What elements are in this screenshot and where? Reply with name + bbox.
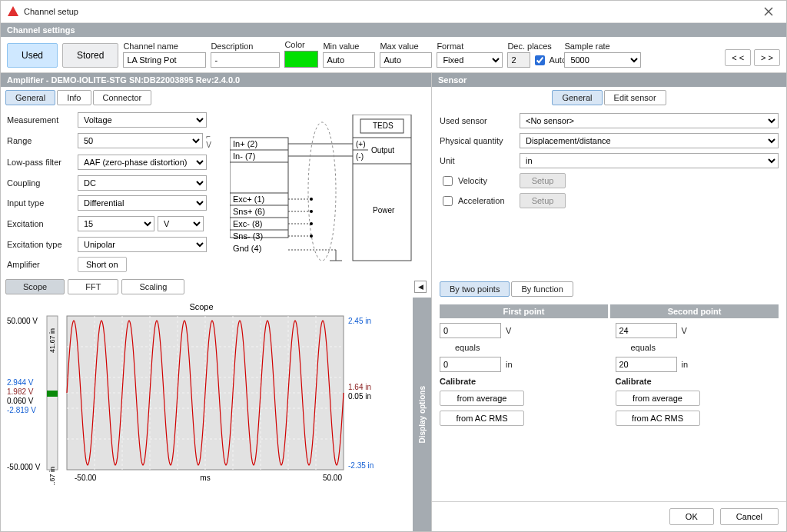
p1-from-average-button[interactable]: from average <box>440 391 524 406</box>
velocity-setup-button[interactable]: Setup <box>520 173 566 188</box>
pin-exc-plus: Exc+ (1) <box>233 195 264 204</box>
acceleration-setup-button[interactable]: Setup <box>520 193 566 208</box>
svg-point-25 <box>310 198 313 201</box>
svg-text:2.45 in: 2.45 in <box>348 317 371 325</box>
tab-fft[interactable]: FFT <box>68 279 118 294</box>
velocity-checkbox[interactable] <box>443 176 453 186</box>
pin-gnd: Gnd (4) <box>233 244 261 253</box>
pin-exc-minus: Exc- (8) <box>233 219 263 228</box>
format-select[interactable]: Fixed <box>437 52 503 68</box>
p1-from-acrms-button[interactable]: from AC RMS <box>440 411 524 426</box>
p1-calibrate-label: Calibrate <box>440 377 603 386</box>
scope-tabs: Scope FFT Scaling ◀ <box>1 276 431 298</box>
output-label: Output <box>371 146 394 155</box>
tab-connector[interactable]: Connector <box>93 90 152 105</box>
sensor-tab-edit[interactable]: Edit sensor <box>604 90 666 105</box>
titlebar: Channel setup <box>1 1 786 23</box>
used-button[interactable]: Used <box>7 43 58 68</box>
channel-name-label: Channel name <box>123 42 206 51</box>
svg-point-17 <box>308 122 336 261</box>
tab-scaling[interactable]: Scaling <box>121 279 184 294</box>
svg-text:1.64 in: 1.64 in <box>348 383 371 391</box>
excitation-unit-select[interactable]: V <box>158 216 204 231</box>
range-unit: ⌐ V <box>206 132 218 149</box>
scaling-tabs: By two points By function <box>432 277 786 301</box>
svg-text:-2.35 in: -2.35 in <box>348 461 374 470</box>
excitation-type-label: Excitation type <box>7 240 73 249</box>
amplifier-body: Measurement Voltage Range 50 ⌐ V Low-pas… <box>1 108 431 276</box>
first-point: V equals in Calibrate from average from … <box>440 318 603 431</box>
channel-name-input[interactable] <box>123 52 206 68</box>
app-icon <box>7 5 19 18</box>
p2-voltage-input[interactable] <box>616 323 677 338</box>
p1-in-unit: in <box>506 360 513 369</box>
physical-quantity-label: Physical quantity <box>440 136 513 145</box>
second-point-header: Second point <box>610 304 779 318</box>
scope-area: Scope 50.000 V -50.000 V 2.944 V 1.982 V… <box>1 298 431 531</box>
svg-text:2.944 V: 2.944 V <box>7 378 34 387</box>
channel-settings-header: Channel settings <box>1 23 786 37</box>
p2-equals: equals <box>616 343 779 352</box>
window-title: Channel setup <box>24 7 78 16</box>
svg-marker-0 <box>8 6 18 16</box>
p2-from-average-button[interactable]: from average <box>616 391 700 406</box>
prev-channel-button[interactable]: < < <box>725 49 751 66</box>
cancel-button[interactable]: Cancel <box>720 508 779 525</box>
dec-places-input[interactable] <box>507 52 530 68</box>
p1-voltage-input[interactable] <box>440 323 501 338</box>
p2-from-acrms-button[interactable]: from AC RMS <box>616 411 700 426</box>
main-body: Amplifier - DEMO-IOLITE-STG SN:DB2200389… <box>1 73 786 531</box>
min-value-input[interactable] <box>323 52 375 68</box>
close-button[interactable] <box>757 4 780 19</box>
svg-text:41.67 in: 41.67 in <box>48 328 56 353</box>
excitation-type-select[interactable]: Unipolar <box>78 237 207 252</box>
unit-select[interactable]: in <box>520 153 779 168</box>
amplifier-short-button[interactable]: Short on <box>78 257 127 272</box>
amplifier-params: Measurement Voltage Range 50 ⌐ V Low-pas… <box>7 111 218 273</box>
tab-by-function[interactable]: By function <box>511 281 573 297</box>
ok-button[interactable]: OK <box>669 508 714 525</box>
measurement-label: Measurement <box>7 115 73 125</box>
first-point-header: First point <box>440 304 608 318</box>
max-value-input[interactable] <box>380 52 432 68</box>
physical-quantity-select[interactable]: Displacement/distance <box>520 133 779 148</box>
stored-button[interactable]: Stored <box>62 43 118 68</box>
acceleration-checkbox[interactable] <box>443 196 453 206</box>
sensor-header: Sensor <box>432 73 786 87</box>
svg-point-27 <box>310 222 313 225</box>
svg-rect-37 <box>47 391 58 397</box>
input-type-select[interactable]: Differential <box>78 195 207 211</box>
p2-in-unit: in <box>682 360 689 369</box>
p1-equals: equals <box>440 343 603 352</box>
svg-text:0.05 in: 0.05 in <box>348 392 371 401</box>
display-options-handle[interactable]: Display options <box>413 298 431 531</box>
sample-rate-label: Sample rate <box>564 42 641 51</box>
amplifier-label: Amplifier <box>7 260 73 269</box>
footer: OK Cancel <box>432 501 786 531</box>
tab-by-two-points[interactable]: By two points <box>440 281 510 297</box>
description-input[interactable] <box>211 52 280 68</box>
color-swatch[interactable] <box>284 51 318 68</box>
measurement-select[interactable]: Voltage <box>78 112 207 128</box>
svg-text:-2.819 V: -2.819 V <box>7 406 36 414</box>
coupling-select[interactable]: DC <box>78 175 207 191</box>
collapse-button[interactable]: ◀ <box>414 281 427 293</box>
svg-text:-50.000 V: -50.000 V <box>7 463 41 471</box>
svg-text:50.00: 50.00 <box>323 474 342 482</box>
p2-in-input[interactable] <box>616 357 677 372</box>
sensor-tab-general[interactable]: General <box>552 90 602 105</box>
range-select[interactable]: 50 <box>78 133 203 148</box>
excitation-value-select[interactable]: 15 <box>78 216 154 231</box>
tab-general[interactable]: General <box>5 90 55 105</box>
tab-info[interactable]: Info <box>57 90 91 105</box>
svg-rect-10 <box>353 115 411 261</box>
next-channel-button[interactable]: > > <box>754 49 780 66</box>
description-label: Description <box>211 42 280 51</box>
p1-in-input[interactable] <box>440 357 501 372</box>
lpf-select[interactable]: AAF (zero-phase distortion) <box>78 155 207 170</box>
auto-dec-checkbox[interactable] <box>535 55 545 65</box>
sample-rate-select[interactable]: 5000 <box>564 52 641 68</box>
svg-text:-41.67 in: -41.67 in <box>48 467 56 485</box>
used-sensor-select[interactable]: <No sensor> <box>520 113 779 128</box>
tab-scope[interactable]: Scope <box>5 279 65 294</box>
